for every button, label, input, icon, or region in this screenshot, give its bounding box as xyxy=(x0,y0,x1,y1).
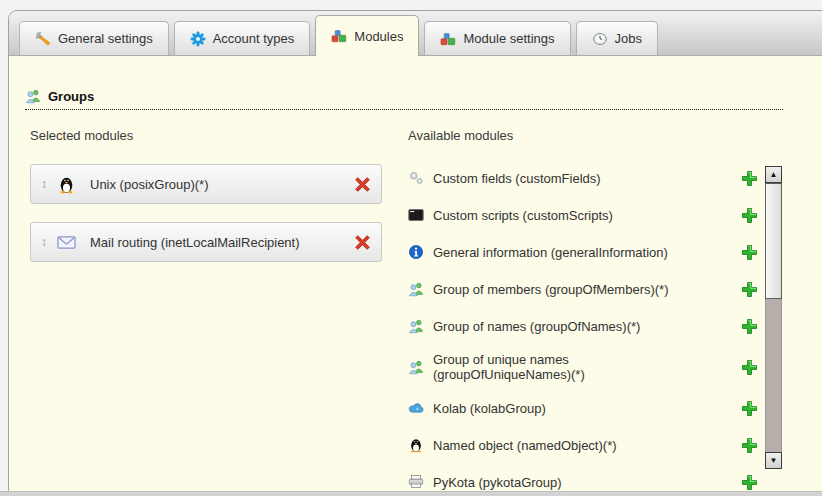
group-icon xyxy=(408,318,424,334)
module-label: Custom fields (customFields) xyxy=(433,171,601,186)
add-icon[interactable] xyxy=(741,281,758,298)
terminal-icon xyxy=(408,207,424,223)
page: General settingsAccount typesModulesModu… xyxy=(0,0,822,496)
add-icon[interactable] xyxy=(741,207,758,224)
tab-label: Jobs xyxy=(615,31,642,46)
selected-modules-label: Selected modules xyxy=(30,128,382,143)
printer-icon xyxy=(408,474,424,490)
mail-icon xyxy=(57,233,76,252)
available-module-row: Custom fields (customFields) xyxy=(408,167,758,189)
modules-icon xyxy=(440,31,456,47)
tab-modules[interactable]: Modules xyxy=(315,15,419,56)
gears-icon xyxy=(408,170,424,186)
section-header-groups: Groups xyxy=(25,88,783,110)
tab-general-settings[interactable]: General settings xyxy=(19,21,169,55)
drag-handle-icon[interactable]: ↕ xyxy=(41,236,47,248)
add-icon[interactable] xyxy=(741,400,758,417)
module-label: Custom scripts (customScripts) xyxy=(433,208,613,223)
gear-icon xyxy=(190,31,206,47)
tab-label: Module settings xyxy=(463,31,554,46)
delete-icon[interactable] xyxy=(354,234,371,251)
add-icon[interactable] xyxy=(741,474,758,491)
add-icon[interactable] xyxy=(741,244,758,261)
module-label: Group of names (groupOfNames)(*) xyxy=(433,319,640,334)
group-icon xyxy=(408,281,424,297)
module-label: Kolab (kolabGroup) xyxy=(433,401,546,416)
available-module-row: Custom scripts (customScripts) xyxy=(408,204,758,226)
info-icon xyxy=(408,244,424,260)
tux-icon xyxy=(408,437,424,453)
available-modules-column: Available modules Custom fields (customF… xyxy=(408,128,758,496)
module-label: Mail routing (inetLocalMailRecipient) xyxy=(90,235,300,250)
selected-module-row: ↕Mail routing (inetLocalMailRecipient) xyxy=(30,222,382,262)
tab-label: Account types xyxy=(213,31,295,46)
module-label: Unix (posixGroup)(*) xyxy=(90,177,208,192)
selected-modules-column: Selected modules ↕Unix (posixGroup)(*)↕M… xyxy=(30,128,382,280)
scroll-up-button[interactable]: ▲ xyxy=(765,166,782,183)
selected-module-row: ↕Unix (posixGroup)(*) xyxy=(30,164,382,204)
add-icon[interactable] xyxy=(741,437,758,454)
available-module-row: Named object (namedObject)(*) xyxy=(408,434,758,456)
tab-label: Modules xyxy=(354,29,403,44)
available-modules-scrollbar[interactable]: ▲ ▼ xyxy=(765,166,782,469)
module-label: General information (generalInformation) xyxy=(433,245,668,260)
tab-module-settings[interactable]: Module settings xyxy=(424,21,570,55)
tux-icon xyxy=(57,175,76,194)
tab-label: General settings xyxy=(58,31,153,46)
available-module-row: Group of members (groupOfMembers)(*) xyxy=(408,278,758,300)
scroll-down-button[interactable]: ▼ xyxy=(765,452,782,469)
available-modules-label: Available modules xyxy=(408,128,758,143)
add-icon[interactable] xyxy=(741,318,758,335)
available-module-row: Group of unique names (groupOfUniqueName… xyxy=(408,352,758,382)
scrollbar-track[interactable] xyxy=(765,183,782,452)
clock-icon xyxy=(592,31,608,47)
delete-icon[interactable] xyxy=(354,176,371,193)
module-label: Group of unique names (groupOfUniqueName… xyxy=(433,352,585,382)
available-modules-list: Custom fields (customFields)Custom scrip… xyxy=(408,167,758,493)
tab-bar: General settingsAccount typesModulesModu… xyxy=(9,11,822,56)
config-panel: General settingsAccount typesModulesModu… xyxy=(8,10,822,496)
available-module-row: General information (generalInformation) xyxy=(408,241,758,263)
selected-modules-list: ↕Unix (posixGroup)(*)↕Mail routing (inet… xyxy=(30,164,382,262)
available-module-row: Kolab (kolabGroup) xyxy=(408,397,758,419)
kolab-icon xyxy=(408,400,424,416)
window-bottom-edge xyxy=(0,491,822,496)
modules-icon xyxy=(331,28,347,44)
tab-jobs[interactable]: Jobs xyxy=(576,21,658,55)
drag-handle-icon[interactable]: ↕ xyxy=(41,178,47,190)
add-icon[interactable] xyxy=(741,359,758,376)
groups-icon xyxy=(25,88,41,104)
section-title: Groups xyxy=(48,89,94,104)
module-label: PyKota (pykotaGroup) xyxy=(433,475,562,490)
group-icon xyxy=(408,359,424,375)
wrench-icon xyxy=(35,31,51,47)
add-icon[interactable] xyxy=(741,170,758,187)
tab-account-types[interactable]: Account types xyxy=(174,21,311,55)
module-label: Named object (namedObject)(*) xyxy=(433,438,617,453)
modules-tab-content: Groups Selected modules ↕Unix (posixGrou… xyxy=(9,56,822,496)
scrollbar-thumb[interactable] xyxy=(765,183,782,299)
module-label: Group of members (groupOfMembers)(*) xyxy=(433,282,669,297)
available-module-row: PyKota (pykotaGroup) xyxy=(408,471,758,493)
available-module-row: Group of names (groupOfNames)(*) xyxy=(408,315,758,337)
